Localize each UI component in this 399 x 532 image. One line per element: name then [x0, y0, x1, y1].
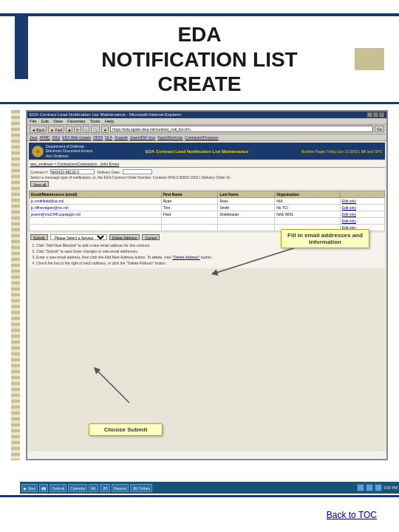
first-cell — [161, 217, 218, 224]
page-title: EDA NOTIFICATION LIST CREATE — [30, 22, 369, 97]
date-input[interactable] — [123, 169, 152, 174]
breadcrumb: ann_smithson > Contractors/Contractors -… — [29, 161, 385, 168]
minimize-button[interactable]: _ — [367, 112, 372, 117]
maximize-button[interactable]: □ — [373, 112, 378, 117]
start-button[interactable]: ▶ Start — [21, 484, 38, 492]
taskbar: ▶ Start 📧 Outlook Calendar ML JID Report… — [20, 482, 399, 494]
edit-cell[interactable]: Edit only — [340, 211, 384, 217]
link-dla[interactable]: DLA — [105, 135, 112, 140]
col-edit — [340, 191, 384, 197]
last-cell: Ross — [218, 197, 275, 204]
page-content: ⚙ Department of Defense Electronic Docum… — [27, 141, 386, 451]
page-header: ⚙ Department of Defense Electronic Docum… — [29, 143, 385, 160]
dept-info: Department of Defense Electronic Documen… — [46, 144, 92, 159]
dod-seal: ⚙ — [32, 146, 44, 157]
menu-help[interactable]: Help — [105, 119, 114, 123]
refresh-button[interactable]: ↻ — [74, 126, 81, 133]
edit-cell[interactable]: Edit only — [340, 197, 384, 204]
search-button[interactable]: 🔍 — [91, 126, 100, 133]
delete-address-button[interactable]: Delete Address — [109, 234, 140, 240]
view-btn-row: View all — [30, 181, 383, 187]
first-cell: Ryan — [161, 197, 218, 204]
home-button[interactable]: ⌂ — [83, 126, 89, 133]
first-cell: Fred — [161, 211, 218, 217]
cancel-button[interactable]: Cancel — [142, 234, 160, 240]
right-bar-decoration — [355, 48, 384, 70]
link-shortcuts[interactable]: KeytoShortcuts — [157, 135, 183, 140]
last-cell: Dottlehauer — [218, 211, 275, 217]
submit-button[interactable]: Submit — [30, 234, 48, 240]
browser-menubar: File Edit View Favorites Tools Help — [27, 118, 386, 125]
main-content: EDA Contract Lead Notification List Main… — [0, 104, 399, 466]
link-java[interactable]: Java — [30, 135, 38, 140]
go-button[interactable]: Go — [375, 126, 384, 132]
link-contractor[interactable]: Contractor/Finances — [185, 135, 218, 140]
note-item: Check the box to the right of each addre… — [36, 261, 383, 266]
fill-addresses-callout: Fill in email addresses and information — [281, 229, 369, 248]
contract-label: Contract #: — [30, 170, 48, 174]
taskbar-reports[interactable]: Reports — [112, 484, 129, 492]
view-all-button[interactable]: View all — [30, 181, 49, 187]
taskbar-calendar[interactable]: Calendar — [68, 484, 87, 492]
link-acqweb[interactable]: Acqweb — [115, 135, 128, 140]
table-row: jc.smithfield@ac.mil Ryan Ross N/A Edit … — [30, 197, 385, 204]
page-main-title: EDA Contract Lead Notification List Main… — [95, 149, 299, 154]
org-cell — [275, 217, 341, 224]
form-section: Contract #: Delivery Date: Select a mess… — [29, 168, 385, 189]
sys-icon-3 — [375, 484, 382, 491]
taskbar-outlook[interactable]: Outlook — [50, 484, 66, 492]
menu-view[interactable]: View — [53, 119, 63, 123]
header-section: EDA NOTIFICATION LIST CREATE — [0, 0, 399, 104]
table-row: jeanm@ms1048.sspwpgm.mil Fred Dottlehaue… — [30, 211, 385, 217]
sys-icon-2 — [366, 484, 373, 491]
table-row: Edit only — [30, 217, 385, 224]
last-cell — [218, 224, 275, 231]
link-eda[interactable]: EDA Web Guests — [62, 135, 91, 140]
taskbar-ml[interactable]: ML — [89, 484, 98, 492]
note-item: Click "Submit" to save Enter changes or … — [36, 249, 383, 254]
forward-button[interactable]: ► Fwd — [48, 126, 64, 133]
email-cell: jc.smithfield@ac.mil — [30, 197, 162, 204]
address-bar[interactable]: https://eda.ogden.disa.mil/contract_noti… — [110, 126, 373, 132]
back-button[interactable]: ◄ Back — [30, 126, 47, 133]
close-button[interactable]: × — [379, 112, 384, 117]
menu-favorites[interactable]: Favorites — [67, 119, 86, 123]
link-dau[interactable]: DAU — [52, 135, 61, 140]
link-joann[interactable]: Joann/EW misc — [130, 135, 156, 140]
back-toc-link[interactable]: Back to TOC — [327, 510, 377, 520]
delete-link[interactable]: "Delete Address" — [172, 255, 200, 259]
bottom-section: Back to TOC — [0, 495, 399, 532]
contract-row: Contract #: Delivery Date: — [30, 169, 383, 174]
link-afmc[interactable]: AFMC — [40, 135, 50, 140]
service-select[interactable]: Please Select a Service — [50, 234, 107, 240]
left-bar-decoration — [15, 16, 28, 79]
col-email: Email/Maintenance (email) — [30, 191, 162, 197]
menu-tools[interactable]: Tools — [90, 119, 100, 123]
browser-titlebar: EDA Contract Lead Notification List Main… — [27, 112, 386, 118]
breadcrumb-link[interactable]: ann_smithson > Contractors/Contractors -… — [30, 162, 119, 166]
taskbar-btn-1[interactable]: 📧 — [39, 484, 48, 492]
menu-file[interactable]: File — [30, 119, 37, 123]
stop-button[interactable]: ■ — [66, 126, 72, 133]
taskbar-jei[interactable]: JEI Orders — [130, 484, 152, 492]
link-dfas[interactable]: DFAS — [93, 135, 103, 140]
table-row: jc.tiffmontgom@mc.mil Trim Smith No TCI … — [30, 204, 385, 211]
date-label: Delivery Date: — [97, 170, 120, 174]
edit-cell[interactable]: Edit only — [340, 217, 384, 224]
favorites-button[interactable]: ★ — [101, 126, 109, 133]
taskbar-jid[interactable]: JID — [100, 484, 110, 492]
email-cell: jeanm@ms1048.sspwpgm.mil — [30, 211, 162, 217]
first-cell: Trim — [161, 204, 218, 211]
menu-edit[interactable]: Edit — [41, 119, 49, 123]
table-body: jc.smithfield@ac.mil Ryan Ross N/A Edit … — [30, 197, 385, 231]
links-bar: Java AFMC DAU EDA Web Guests DFAS DLA Ac… — [27, 134, 386, 141]
sys-icon-1 — [357, 484, 364, 491]
email-cell: jc.tiffmontgom@mc.mil — [30, 204, 162, 211]
browser-window: EDA Contract Lead Notification List Main… — [26, 110, 388, 460]
contract-input[interactable] — [50, 169, 95, 174]
browser-toolbar: ◄ Back ► Fwd ■ ↻ ⌂ 🔍 ★ https://eda.ogden… — [27, 125, 386, 134]
left-stripe-decoration — [11, 110, 20, 460]
org-cell: NAE 8041 — [275, 211, 341, 217]
edit-cell[interactable]: Edit only — [340, 204, 384, 211]
table-header-row: Email/Maintenance (email) First Name Las… — [30, 191, 385, 197]
